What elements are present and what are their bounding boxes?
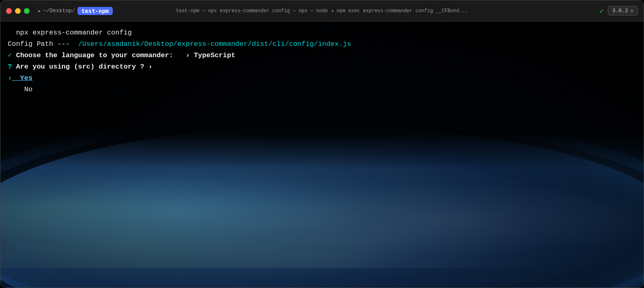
selected-arrow-icon: › [8, 73, 12, 84]
terminal-line-no[interactable]: No [8, 84, 636, 95]
terminal-window: ▸ ~/Desktop/test-npm test-npm — npx expr… [0, 0, 644, 288]
config-label: Config Path --- [8, 39, 70, 50]
maximize-button[interactable] [24, 8, 30, 14]
close-button[interactable] [6, 8, 12, 14]
version-badge: 3.0.2 ◇ [608, 6, 638, 15]
terminal-line-command: npx express-commander config [8, 27, 636, 39]
no-option[interactable]: No [8, 84, 32, 95]
path-tilde: ~/Desktop/ [43, 8, 75, 14]
version-label: 3.0.2 [612, 8, 628, 14]
terminal-line-config: Config Path --- /Users/asadanik/Desktop/… [8, 39, 636, 50]
folder-icon: ▸ [38, 8, 41, 14]
window-title: test-npm — npx express-commander config … [176, 8, 468, 14]
question-icon: ? [8, 61, 12, 73]
directory-prompt: Are you using (src) directory ? › [12, 61, 152, 73]
terminal-body: npx express-commander config Config Path… [0, 21, 644, 288]
yes-option[interactable]: Yes [12, 73, 32, 84]
status-check-icon: ✓ [599, 6, 604, 15]
terminal-output: npx express-commander config Config Path… [0, 21, 644, 288]
terminal-line-yes[interactable]: › Yes [8, 73, 636, 84]
config-path: /Users/asadanik/Desktop/express-commande… [70, 39, 351, 50]
minimize-button[interactable] [15, 8, 21, 14]
terminal-line-directory: ? Are you using (src) directory ? › [8, 61, 636, 73]
check-icon: ✓ [8, 50, 12, 61]
path-current: test-npm [77, 7, 113, 15]
diamond-icon: ◇ [631, 8, 633, 14]
command-text: npx express-commander config [8, 27, 132, 39]
language-prompt: Choose the language to your commander: ›… [12, 50, 235, 61]
titlebar: ▸ ~/Desktop/test-npm test-npm — npx expr… [0, 0, 644, 21]
terminal-line-language: ✓ Choose the language to your commander:… [8, 50, 636, 61]
traffic-lights[interactable] [6, 8, 30, 14]
titlebar-right: ✓ 3.0.2 ◇ [599, 6, 638, 15]
